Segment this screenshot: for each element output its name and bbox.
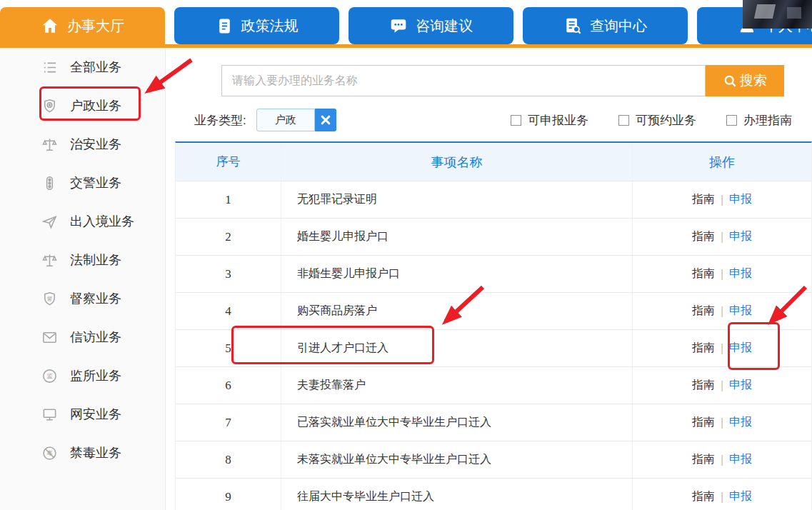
filter-tag: 户政 bbox=[256, 109, 336, 131]
service-name[interactable]: 往届大中专毕业生户口迁入 bbox=[297, 489, 434, 504]
list-icon bbox=[41, 59, 58, 76]
guide-link[interactable]: 指南 bbox=[692, 229, 715, 244]
scales-icon bbox=[41, 136, 58, 153]
sidebar-item-all-services[interactable]: 全部业务 bbox=[0, 48, 165, 86]
table-row: 6 夫妻投靠落户 指南|申报 bbox=[176, 367, 811, 404]
envelope-icon bbox=[41, 329, 58, 346]
chat-icon bbox=[389, 16, 408, 35]
service-name[interactable]: 引进人才户口迁入 bbox=[297, 341, 389, 356]
column-header-name: 事项名称 bbox=[281, 143, 633, 181]
action-separator: | bbox=[721, 379, 723, 392]
tab-label: 查询中心 bbox=[590, 16, 647, 36]
apply-link[interactable]: 申报 bbox=[729, 229, 752, 244]
sidebar-item-label: 治安业务 bbox=[70, 136, 121, 153]
magnifier-icon bbox=[723, 74, 738, 89]
apply-link[interactable]: 申报 bbox=[729, 378, 752, 393]
table-row: 2 婚生婴儿申报户口 指南|申报 bbox=[176, 219, 811, 256]
sidebar-item-household[interactable]: 户政业务 bbox=[0, 86, 165, 125]
filter-checkboxes: 可申报业务 可预约业务 办理指南 bbox=[511, 112, 812, 129]
apply-link[interactable]: 申报 bbox=[729, 266, 752, 281]
apply-link[interactable]: 申报 bbox=[729, 304, 752, 319]
checkbox-guide[interactable] bbox=[726, 115, 737, 126]
apply-link[interactable]: 申报 bbox=[729, 489, 752, 504]
apply-link[interactable]: 申报 bbox=[729, 452, 752, 467]
tab-label: 咨询建议 bbox=[416, 16, 473, 36]
search-button[interactable]: 搜索 bbox=[706, 65, 784, 96]
nav-underline bbox=[0, 44, 812, 48]
business-type-label: 业务类型: bbox=[194, 112, 246, 129]
sidebar-item-detention[interactable]: 监 监所业务 bbox=[0, 356, 165, 395]
table-row: 8 未落实就业单位大中专毕业生户口迁入 指南|申报 bbox=[176, 441, 811, 479]
guide-link[interactable]: 指南 bbox=[692, 266, 715, 281]
service-name[interactable]: 购买商品房落户 bbox=[297, 304, 377, 319]
service-hall-page: 办事大厅 政策法规 咨询建议 查询中心 个人中心 bbox=[0, 0, 812, 510]
action-separator: | bbox=[721, 342, 723, 355]
apply-link[interactable]: 申报 bbox=[729, 341, 752, 356]
table-row: 7 已落实就业单位大中专毕业生户口迁入 指南|申报 bbox=[176, 404, 811, 441]
sidebar-item-cyber-security[interactable]: 网安业务 bbox=[0, 395, 165, 434]
sidebar-item-label: 出入境业务 bbox=[70, 213, 134, 230]
tab-service-hall[interactable]: 办事大厅 bbox=[0, 7, 165, 44]
svg-text:督: 督 bbox=[46, 295, 52, 301]
search-bar: 搜索 bbox=[221, 65, 784, 96]
table-row: 3 非婚生婴儿申报户口 指南|申报 bbox=[176, 256, 811, 293]
guide-link[interactable]: 指南 bbox=[692, 452, 715, 467]
sidebar: 全部业务 户政业务 治安业务 交警业务 bbox=[0, 48, 166, 510]
sidebar-item-immigration[interactable]: 出入境业务 bbox=[0, 202, 165, 241]
sidebar-item-public-security[interactable]: 治安业务 bbox=[0, 125, 165, 164]
row-number: 7 bbox=[176, 404, 281, 441]
apply-link[interactable]: 申报 bbox=[729, 415, 752, 430]
sidebar-item-traffic-police[interactable]: 交警业务 bbox=[0, 164, 165, 202]
guide-link[interactable]: 指南 bbox=[692, 341, 715, 356]
row-number: 5 bbox=[176, 330, 281, 366]
tab-label: 政策法规 bbox=[241, 16, 299, 36]
row-number: 6 bbox=[176, 367, 281, 404]
service-name[interactable]: 已落实就业单位大中专毕业生户口迁入 bbox=[297, 415, 491, 430]
checkbox-group-declarable: 可申报业务 bbox=[511, 112, 588, 129]
inspect-shield-icon: 督 bbox=[41, 291, 58, 307]
guide-link[interactable]: 指南 bbox=[692, 378, 715, 393]
service-name[interactable]: 夫妻投靠落户 bbox=[297, 378, 366, 393]
guide-link[interactable]: 指南 bbox=[692, 192, 715, 207]
action-separator: | bbox=[721, 454, 723, 466]
table-row: 4 购买商品房落户 指南|申报 bbox=[176, 293, 811, 330]
sidebar-item-anti-drug[interactable]: 毒 禁毒业务 bbox=[0, 434, 165, 472]
sidebar-item-petition[interactable]: 信访业务 bbox=[0, 318, 165, 356]
sidebar-item-legal[interactable]: 法制业务 bbox=[0, 241, 165, 279]
action-separator: | bbox=[721, 194, 723, 206]
checkbox-declarable[interactable] bbox=[511, 115, 521, 126]
traffic-light-icon bbox=[41, 175, 58, 191]
table-row: 9 往届大中专毕业生户口迁入 指南|申报 bbox=[176, 479, 811, 510]
plane-icon bbox=[41, 214, 58, 230]
action-separator: | bbox=[721, 305, 723, 318]
top-navigation: 办事大厅 政策法规 咨询建议 查询中心 个人中心 bbox=[0, 7, 812, 44]
checkbox-label: 可申报业务 bbox=[528, 112, 588, 129]
row-number: 9 bbox=[176, 479, 281, 510]
guide-link[interactable]: 指南 bbox=[692, 304, 715, 319]
sidebar-item-label: 信访业务 bbox=[70, 329, 121, 346]
search-input[interactable] bbox=[221, 65, 706, 96]
filter-tag-label: 户政 bbox=[256, 109, 315, 131]
row-number: 2 bbox=[176, 219, 281, 255]
table-row-talent-immigration: 5 引进人才户口迁入 指南|申报 bbox=[176, 330, 811, 367]
service-name[interactable]: 无犯罪记录证明 bbox=[297, 192, 377, 207]
sidebar-item-label: 禁毒业务 bbox=[70, 444, 121, 461]
remove-tag-button[interactable] bbox=[315, 109, 336, 131]
sidebar-item-label: 户政业务 bbox=[70, 97, 121, 114]
service-name[interactable]: 婚生婴儿申报户口 bbox=[297, 229, 389, 244]
sidebar-item-supervision[interactable]: 督 督察业务 bbox=[0, 279, 165, 318]
search-document-icon bbox=[563, 16, 582, 35]
guide-link[interactable]: 指南 bbox=[692, 415, 715, 430]
service-name[interactable]: 非婚生婴儿申报户口 bbox=[297, 266, 400, 281]
column-header-no: 序号 bbox=[176, 143, 281, 181]
action-separator: | bbox=[721, 268, 723, 281]
row-number: 3 bbox=[176, 256, 281, 292]
guide-link[interactable]: 指南 bbox=[692, 489, 715, 504]
tab-policies[interactable]: 政策法规 bbox=[174, 7, 339, 44]
tab-consultation[interactable]: 咨询建议 bbox=[349, 7, 513, 44]
tab-query-center[interactable]: 查询中心 bbox=[523, 7, 688, 44]
checkbox-bookable[interactable] bbox=[618, 115, 629, 126]
apply-link[interactable]: 申报 bbox=[729, 192, 752, 207]
service-name[interactable]: 未落实就业单位大中专毕业生户口迁入 bbox=[297, 452, 491, 467]
document-icon bbox=[216, 17, 234, 35]
